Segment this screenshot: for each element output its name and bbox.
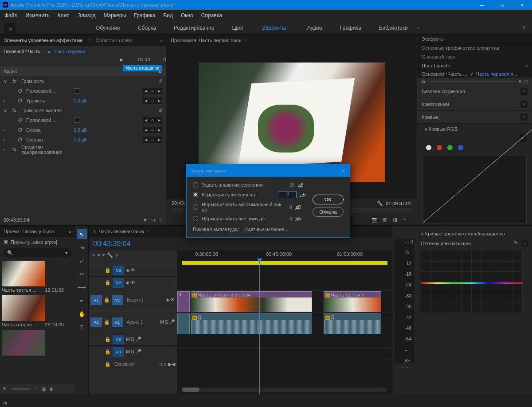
cancel-button[interactable]: Отмена (313, 207, 344, 217)
peak-value: Идет вычисление... (244, 227, 288, 232)
audio-gain-dialog: Усиление звука✕ Задать значение усиления… (186, 164, 350, 238)
dialog-overlay: Усиление звука✕ Задать значение усиления… (0, 0, 532, 407)
norm-max-label: Нормализовать максимальный пик до: (202, 202, 286, 212)
ok-button[interactable]: OK (313, 195, 344, 204)
adjust-gain-label: Коррекция усиления по: (202, 192, 275, 197)
dialog-close-icon[interactable]: ✕ (341, 168, 345, 174)
radio-adjust-gain[interactable] (193, 192, 198, 197)
norm-all-label: Нормализовать все пики до: (202, 216, 286, 221)
peak-label: Пиковая амплитуда: (193, 227, 239, 232)
radio-norm-all[interactable] (193, 216, 198, 221)
radio-set-gain[interactable] (193, 182, 198, 188)
gain-input[interactable]: 0 (279, 191, 297, 198)
set-gain-label: Задать значение усиления: (202, 182, 286, 188)
radio-norm-max[interactable] (193, 204, 198, 210)
dialog-title: Усиление звука (191, 168, 226, 173)
